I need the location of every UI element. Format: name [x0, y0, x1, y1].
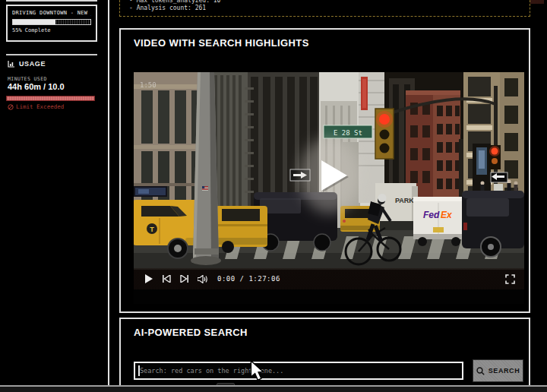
ai-search-card: AI-POWERED SEARCH SEARCH [119, 318, 530, 390]
video-highlights-card: VIDEO WITH SEARCH HIGHLIGHTS [119, 28, 530, 313]
search-input[interactable] [134, 362, 463, 380]
search-button[interactable]: SEARCH [473, 359, 523, 382]
video-frame[interactable]: E 28 St PARK [134, 72, 524, 270]
project-progress-track [12, 19, 91, 25]
time-display: 0:00 / 1:27:06 [217, 275, 280, 283]
main-content: - Max tokens_analyzed: 10 - Analysis cou… [109, 0, 547, 392]
window-bottom-bar [0, 387, 547, 392]
mouse-cursor [249, 360, 264, 381]
analysis-summary-box: - Max tokens_analyzed: 10 - Analysis cou… [119, 0, 530, 17]
truck-park-text: PARK [395, 197, 414, 204]
usage-limit-bar [6, 96, 95, 101]
search-icon [476, 367, 485, 375]
text-caret [138, 365, 140, 376]
taxi-logo-t: T [150, 226, 154, 233]
fullscreen-button[interactable] [504, 273, 515, 284]
fedex-logo-fed: Fed [423, 210, 440, 220]
minutes-used-label: MINUTES USED [8, 76, 47, 82]
play-button[interactable] [143, 273, 153, 284]
cutoff-card-edge [6, 0, 97, 2]
flag-sticker [202, 186, 208, 191]
fedex-logo-ex: Ex [441, 210, 453, 220]
summary-line-analysis-count: - Analysis count: 261 [129, 5, 530, 12]
minutes-used-value: 44h 60m / 10.0 [8, 82, 65, 91]
volume-button[interactable] [198, 273, 208, 284]
street-scene: E 28 St PARK [134, 72, 524, 270]
search-button-label: SEARCH [489, 367, 520, 375]
bar-chart-icon [8, 60, 15, 68]
video-timestamp-watermark: 1:50 [140, 81, 157, 89]
skip-next-button[interactable] [179, 273, 190, 284]
sidebar-divider [6, 54, 97, 55]
app-window: DRIVING DOWNTOWN - NEW _ 55% Complete US… [0, 0, 547, 392]
video-player[interactable]: E 28 St PARK [134, 72, 524, 304]
usage-heading-label: USAGE [19, 60, 46, 68]
street-sign-label: E 28 St [334, 129, 362, 137]
skip-previous-button[interactable] [161, 273, 172, 284]
project-title: DRIVING DOWNTOWN - NEW _ [12, 10, 91, 16]
video-controls-bar: 0:00 / 1:27:06 [134, 268, 524, 289]
limit-status: Limit Exceeded [8, 103, 64, 110]
project-progress-fill [13, 20, 55, 24]
player-letterbox [134, 289, 524, 304]
project-card[interactable]: DRIVING DOWNTOWN - NEW _ 55% Complete [6, 5, 97, 42]
sidebar: DRIVING DOWNTOWN - NEW _ 55% Complete US… [0, 0, 108, 392]
video-section-title: VIDEO WITH SEARCH HIGHLIGHTS [134, 37, 309, 49]
project-progress-label: 55% Complete [12, 27, 91, 33]
blocked-icon [8, 104, 14, 110]
limit-status-label: Limit Exceeded [16, 103, 64, 110]
search-section-title: AI-POWERED SEARCH [134, 327, 248, 338]
usage-heading: USAGE [8, 60, 46, 68]
